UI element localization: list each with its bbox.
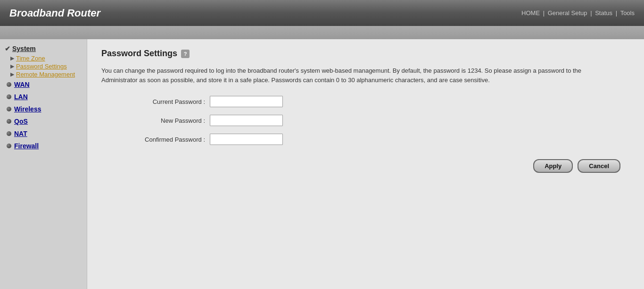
page-title-text: Password Settings — [101, 49, 177, 59]
bullet-icon-lan — [7, 94, 11, 99]
sidebar-link-nat[interactable]: NAT — [14, 130, 27, 137]
bullet-icon-firewall — [7, 144, 11, 148]
sidebar-item-nat[interactable]: NAT — [5, 128, 82, 140]
main-layout: ✔ System ▶ Time Zone ▶ Password Settings… — [0, 39, 644, 289]
sidebar-sub-timezone[interactable]: ▶ Time Zone — [5, 54, 82, 62]
sidebar-link-timezone[interactable]: Time Zone — [16, 55, 45, 62]
current-password-row: Current Password : — [116, 96, 630, 107]
new-password-input[interactable] — [210, 115, 283, 126]
confirmed-password-row: Confirmed Password : — [116, 134, 630, 145]
confirmed-password-label: Confirmed Password : — [116, 136, 210, 143]
confirmed-password-input[interactable] — [210, 134, 283, 145]
sidebar: ✔ System ▶ Time Zone ▶ Password Settings… — [0, 39, 87, 289]
sidebar-link-lan[interactable]: LAN — [14, 93, 28, 101]
subheader — [0, 26, 644, 39]
sidebar-sub-remote[interactable]: ▶ Remote Management — [5, 70, 82, 78]
sidebar-link-firewall[interactable]: Firewall — [14, 142, 39, 150]
sidebar-item-lan[interactable]: LAN — [5, 91, 82, 103]
sidebar-item-firewall[interactable]: Firewall — [5, 140, 82, 152]
bullet-icon-wireless — [7, 107, 11, 111]
nav-general-setup[interactable]: General Setup — [548, 9, 587, 17]
sidebar-link-wan[interactable]: WAN — [14, 81, 30, 88]
new-password-label: New Password : — [116, 117, 210, 124]
current-password-input[interactable] — [210, 96, 283, 107]
password-form: Current Password : New Password : Confir… — [116, 96, 630, 145]
current-password-label: Current Password : — [116, 98, 210, 105]
app-title: Broadband Router — [9, 7, 100, 19]
sidebar-system-section: ✔ System — [5, 45, 82, 52]
header-nav: HOME | General Setup | Status | Tools — [521, 9, 635, 17]
sidebar-sub-password[interactable]: ▶ Password Settings — [5, 62, 82, 70]
bullet-icon-qos — [7, 119, 11, 124]
new-password-row: New Password : — [116, 115, 630, 126]
header: Broadband Router HOME | General Setup | … — [0, 0, 644, 26]
bullet-icon-nat — [7, 131, 11, 136]
arrow-icon: ▶ — [10, 55, 14, 61]
sidebar-item-wireless[interactable]: Wireless — [5, 103, 82, 115]
nav-home[interactable]: HOME — [521, 9, 540, 17]
system-check-icon: ✔ — [5, 45, 10, 52]
arrow-icon-3: ▶ — [10, 71, 14, 77]
sidebar-link-wireless[interactable]: Wireless — [14, 105, 41, 113]
nav-tools[interactable]: Tools — [620, 9, 635, 17]
sidebar-item-system[interactable]: System — [12, 45, 36, 52]
sidebar-link-password[interactable]: Password Settings — [16, 63, 67, 70]
help-icon[interactable]: ? — [181, 50, 190, 58]
sidebar-item-wan[interactable]: WAN — [5, 78, 82, 91]
bullet-icon-wan — [7, 82, 11, 87]
cancel-button[interactable]: Cancel — [578, 159, 620, 173]
page-title: Password Settings ? — [101, 49, 630, 59]
sidebar-item-qos[interactable]: QoS — [5, 115, 82, 128]
sidebar-link-remote[interactable]: Remote Management — [16, 71, 75, 78]
nav-status[interactable]: Status — [595, 9, 612, 17]
apply-button[interactable]: Apply — [533, 159, 573, 173]
button-row: Apply Cancel — [101, 159, 630, 173]
arrow-icon-2: ▶ — [10, 63, 14, 69]
content-area: Password Settings ? You can change the p… — [87, 39, 644, 289]
page-description: You can change the password required to … — [101, 66, 596, 85]
sidebar-link-qos[interactable]: QoS — [14, 118, 28, 125]
